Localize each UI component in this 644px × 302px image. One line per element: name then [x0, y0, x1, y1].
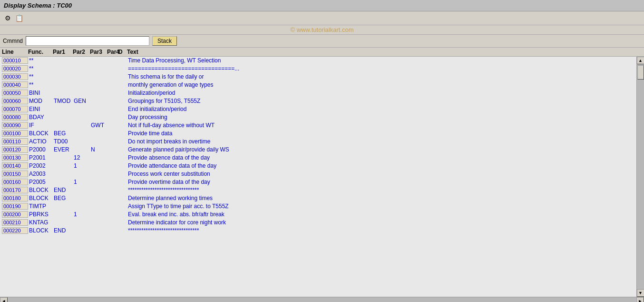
cell-func: BLOCK — [29, 187, 54, 193]
cell-line: 000120 — [2, 146, 28, 153]
cell-line: 000210 — [2, 219, 28, 226]
col-header-d: D — [118, 49, 127, 55]
cell-text: Provide absence data of the day — [128, 154, 636, 161]
table-row[interactable]: 000020 ** ==============================… — [0, 65, 636, 73]
table-row[interactable]: 000190 TIMTP Assign TType to time pair a… — [0, 202, 636, 211]
cell-func: P2000 — [29, 146, 54, 153]
table-row[interactable]: 000060 MOD TMOD GEN Groupings for T510S,… — [0, 97, 636, 105]
table-row[interactable]: 000210 KNTAG Determine indicator for cor… — [0, 219, 636, 227]
cell-line: 000140 — [2, 162, 28, 169]
cell-func: BLOCK — [29, 130, 54, 137]
cell-func: MOD — [29, 98, 54, 104]
cell-func: ACTIO — [29, 138, 54, 145]
scroll-up-arrow[interactable]: ▲ — [637, 57, 644, 64]
cell-par2: 1 — [74, 162, 91, 169]
cell-par1: BEG — [54, 130, 74, 137]
cell-line: 000200 — [2, 211, 28, 218]
cell-line: 000050 — [2, 90, 28, 96]
table-row[interactable]: 000040 ** monthly generation of wage typ… — [0, 81, 636, 89]
scroll-left-arrow[interactable]: ◄ — [0, 297, 8, 302]
cell-line: 000040 — [2, 81, 28, 88]
cell-par1: BEG — [54, 195, 74, 201]
table-row[interactable]: 000070 EINI End initialization/period — [0, 105, 636, 113]
col-header-func: Func. — [28, 49, 53, 55]
cell-par1: TMOD — [54, 98, 74, 104]
cell-text: ******************************** — [128, 227, 636, 234]
cell-func: BLOCK — [29, 195, 54, 201]
col-headers: Line Func. Par1 Par2 Par3 Par4 D Text — [0, 48, 644, 57]
cell-line: 000220 — [2, 227, 28, 234]
cell-text: Determine planned working times — [128, 195, 636, 201]
cell-line: 000030 — [2, 73, 28, 80]
cell-line: 000010 — [2, 57, 28, 64]
cell-func: EINI — [29, 106, 54, 112]
table-row[interactable]: 000220 BLOCK END ***********************… — [0, 227, 636, 235]
cell-func: PBRKS — [29, 211, 54, 218]
table-row[interactable]: 000140 P2002 1 Provide attendance data o… — [0, 162, 636, 170]
table-row[interactable]: 000160 P2005 1 Provide overtime data of … — [0, 178, 636, 186]
table-row[interactable]: 000120 P2000 EVER N Generate planned pai… — [0, 146, 636, 154]
col-header-par2: Par2 — [73, 49, 90, 55]
table-row[interactable]: 000080 BDAY Day processing — [0, 113, 636, 121]
cell-func: P2002 — [29, 162, 54, 169]
cell-text: Provide attendance data of the day — [128, 162, 636, 169]
scroll-thumb[interactable] — [637, 65, 644, 80]
cell-text: ******************************** — [128, 187, 636, 193]
cell-line: 000160 — [2, 179, 28, 185]
cell-line: 000080 — [2, 114, 28, 121]
cell-text: This schema is for the daily or — [128, 73, 636, 80]
rows-container: 000010 ** Time Data Processing, WT Selec… — [0, 57, 644, 297]
cell-line: 000190 — [2, 203, 28, 210]
col-header-par1: Par1 — [53, 49, 73, 55]
cell-func: A2003 — [29, 171, 54, 177]
cell-par3: N — [91, 146, 108, 153]
command-label: Cmmnd — [3, 38, 23, 44]
cell-func: BDAY — [29, 114, 54, 121]
table-row[interactable]: 000110 ACTIO TD00 Do not import breaks i… — [0, 138, 636, 146]
cell-par3: GWT — [91, 122, 108, 129]
cell-par1: EVER — [54, 146, 74, 153]
table-row[interactable]: 000200 PBRKS 1 Eval. break end inc. abs.… — [0, 211, 636, 219]
table-row[interactable]: 000170 BLOCK END ***********************… — [0, 186, 636, 194]
scrollbar-vertical[interactable]: ▲ ▼ — [636, 57, 644, 297]
table-row[interactable]: 000100 BLOCK BEG Provide time data — [0, 130, 636, 138]
stack-button[interactable]: Stack — [152, 36, 177, 46]
cell-text: Determine indicator for core night work — [128, 219, 636, 226]
table-row[interactable]: 000130 P2001 12 Provide absence data of … — [0, 154, 636, 162]
table-row[interactable]: 000150 A2003 Process work center substit… — [0, 170, 636, 178]
cell-par2: GEN — [74, 98, 91, 104]
cell-text: End initialization/period — [128, 106, 636, 112]
table-row[interactable]: 000180 BLOCK BEG Determine planned worki… — [0, 194, 636, 202]
col-header-text: Text — [127, 49, 644, 55]
cell-text: Day processing — [128, 114, 636, 121]
cell-par2: 1 — [74, 211, 91, 218]
table-row[interactable]: 000010 ** Time Data Processing, WT Selec… — [0, 57, 636, 65]
scroll-right-arrow[interactable]: ► — [636, 297, 644, 302]
cell-func: P2001 — [29, 154, 54, 161]
cell-text: Eval. break end inc. abs. bfr/aftr break — [128, 211, 636, 218]
cell-line: 000110 — [2, 138, 28, 145]
toolbar: ⚙ 📋 — [0, 11, 644, 25]
bottom-scrollbar: ◄ ► — [0, 297, 644, 302]
cell-func: ** — [29, 73, 54, 80]
cell-line: 000020 — [2, 65, 28, 72]
toolbar-icon1[interactable]: ⚙ — [3, 13, 12, 23]
content-wrapper: Line Func. Par1 Par2 Par3 Par4 D Text 00… — [0, 48, 644, 302]
cell-line: 000090 — [2, 122, 28, 129]
table-row[interactable]: 000090 IF GWT Not if full-day absence wi… — [0, 121, 636, 130]
cell-par1: END — [54, 227, 74, 234]
command-input[interactable] — [26, 36, 149, 46]
table-row[interactable]: 000030 ** This schema is for the daily o… — [0, 73, 636, 81]
cell-line: 000170 — [2, 187, 28, 193]
cell-line: 000150 — [2, 171, 28, 177]
cell-par1: END — [54, 187, 74, 193]
toolbar-icon2[interactable]: 📋 — [14, 13, 24, 23]
cell-line: 000130 — [2, 154, 28, 161]
scroll-track — [637, 64, 644, 289]
title-bar: Display Schema : TC00 — [0, 0, 644, 11]
cell-text: ================================... — [128, 65, 636, 72]
scroll-down-arrow[interactable]: ▼ — [637, 289, 644, 297]
table-row[interactable]: 000050 BINI Initialization/period — [0, 89, 636, 97]
col-header-par3: Par3 — [90, 49, 107, 55]
title-text: Display Schema : TC00 — [4, 2, 72, 9]
